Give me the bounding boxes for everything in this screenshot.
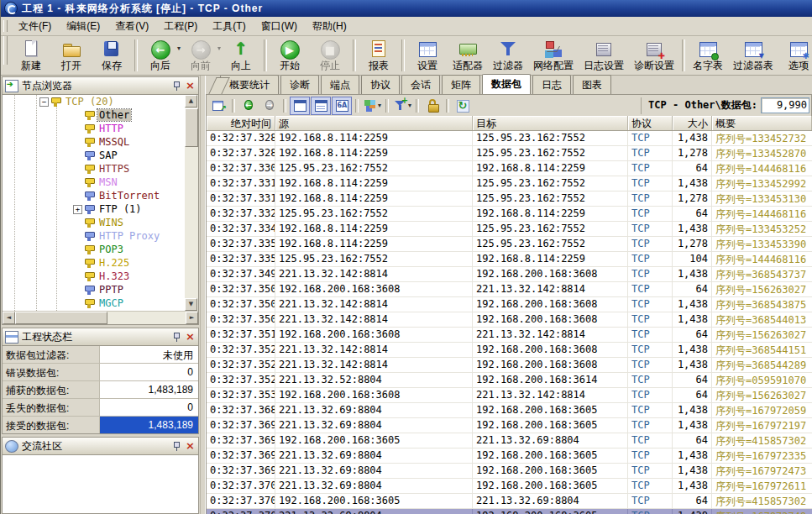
packet-row[interactable]: 0:32:37.335831 125.95.23.162:7552 192.16… xyxy=(207,252,812,267)
tree-node[interactable]: H.225 xyxy=(3,256,185,270)
tree-node[interactable]: MSN xyxy=(3,176,185,189)
toolbar-button[interactable]: 名字表 xyxy=(688,36,728,75)
packet-row[interactable]: 0:32:37.350867 192.168.200.168:3608 221.… xyxy=(207,282,812,297)
toolbar-button[interactable]: 保存 xyxy=(92,36,132,75)
packet-row[interactable]: 0:32:37.352352 221.13.32.52:8804 192.168… xyxy=(207,373,812,388)
packet-tool-button[interactable] xyxy=(453,97,473,115)
toolbar-button[interactable]: 过滤器 xyxy=(488,36,528,75)
view-tab[interactable]: 会话 xyxy=(401,75,440,94)
packet-tool-button[interactable]: + ▾ xyxy=(392,97,412,115)
toolbar-button[interactable]: ✱ 选项 xyxy=(778,36,812,75)
dock-splitter[interactable] xyxy=(200,76,206,514)
scroll-right-icon[interactable]: ► xyxy=(186,312,198,324)
view-tab[interactable]: 日志 xyxy=(532,75,571,94)
expand-toggle-icon[interactable]: + xyxy=(73,205,82,214)
view-tab[interactable]: 图表 xyxy=(573,75,611,94)
toolbar-button[interactable]: 开始 xyxy=(270,36,310,75)
packet-row[interactable]: 0:32:37.334673 192.168.8.114:2259 125.95… xyxy=(207,222,812,237)
menu-item[interactable]: 窗口(W) xyxy=(254,17,305,36)
tree-node[interactable]: MGCP xyxy=(3,296,185,310)
scroll-left-icon[interactable]: ◄ xyxy=(3,312,15,324)
tree-node[interactable]: + FTP (1) xyxy=(3,202,185,216)
toolbar-button[interactable]: 向后 ▾ xyxy=(140,36,181,75)
view-tab[interactable]: 诊断 xyxy=(280,75,319,94)
tree-node[interactable]: − TCP (20) xyxy=(3,95,185,108)
toolbar-button[interactable]: 适配器 xyxy=(448,36,488,75)
toolbar-button[interactable]: 新建 xyxy=(11,36,51,75)
packet-row[interactable]: 0:32:37.332194 125.95.23.162:7552 192.16… xyxy=(207,207,812,222)
packet-tool-button[interactable] xyxy=(332,97,352,115)
packet-row[interactable]: 0:32:37.352341 221.13.32.142:8814 192.16… xyxy=(207,358,812,373)
pin-icon[interactable] xyxy=(171,81,181,91)
packet-row[interactable]: 0:32:37.331803 192.168.8.114:2259 125.95… xyxy=(207,191,812,207)
scroll-down-icon[interactable]: ▼ xyxy=(185,298,197,311)
column-header[interactable]: 目标 xyxy=(473,116,628,130)
scrollbar-thumb[interactable] xyxy=(15,312,107,324)
packet-row[interactable]: 0:32:37.330563 125.95.23.162:7552 192.16… xyxy=(207,161,812,176)
menubar-grip[interactable] xyxy=(3,20,8,32)
tree-horizontal-scrollbar[interactable]: ◄ ► xyxy=(3,311,198,324)
tree-node[interactable]: HTTPS xyxy=(3,162,185,176)
packet-row[interactable]: 0:32:37.335667 192.168.8.114:2259 125.95… xyxy=(207,237,812,252)
column-header[interactable]: 绝对时间 xyxy=(207,116,275,130)
toolbar-button[interactable]: ▼ 过滤器表 xyxy=(728,36,778,75)
column-header[interactable]: 大小 xyxy=(673,116,712,130)
tree-node[interactable]: PPTP xyxy=(3,283,185,296)
tree-node[interactable]: WINS xyxy=(3,216,185,229)
dropdown-arrow-icon[interactable]: ▾ xyxy=(378,102,381,109)
tree-node[interactable]: BitTorrent xyxy=(3,189,185,202)
tree-vertical-scrollbar[interactable]: ▲ ▼ xyxy=(185,95,198,311)
menu-item[interactable]: 编辑(E) xyxy=(59,17,107,36)
view-tab[interactable]: 矩阵 xyxy=(442,75,480,94)
menu-item[interactable]: 文件(F) xyxy=(11,17,59,36)
packet-row[interactable]: 0:32:37.352173 221.13.32.142:8814 192.16… xyxy=(207,343,812,358)
toolbar-button[interactable]: ✚ 诊断设置 xyxy=(629,36,679,75)
packet-row[interactable]: 0:32:37.370529 221.13.32.69:8804 192.168… xyxy=(207,509,812,514)
tree-node[interactable]: Other xyxy=(3,108,185,122)
view-tab[interactable]: 数据包 xyxy=(482,74,531,94)
packet-row[interactable]: 0:32:37.331791 192.168.8.114:2259 125.95… xyxy=(207,176,812,191)
tree-node[interactable]: MSSQL xyxy=(3,135,185,149)
tree-node[interactable]: HTTP Proxy xyxy=(3,229,185,243)
column-header[interactable]: 源 xyxy=(275,116,473,130)
tree-node[interactable]: POP3 xyxy=(3,243,185,256)
tree-node[interactable]: SAP xyxy=(3,149,185,162)
toolbar-button[interactable]: 报表 xyxy=(359,36,399,75)
packet-tool-button[interactable] xyxy=(290,97,310,115)
dropdown-arrow-icon[interactable]: ▾ xyxy=(408,102,411,109)
packet-row[interactable]: 0:32:37.369303 221.13.32.69:8804 192.168… xyxy=(207,418,812,433)
scrollbar-thumb[interactable] xyxy=(185,108,198,147)
column-header[interactable]: 概要 xyxy=(712,116,812,130)
packet-row[interactable]: 0:32:37.370525 192.168.200.168:3605 221.… xyxy=(207,494,812,509)
packet-row[interactable]: 0:32:37.369317 192.168.200.168:3605 221.… xyxy=(207,433,812,448)
packet-row[interactable]: 0:32:37.328851 192.168.8.114:2259 125.95… xyxy=(207,146,812,161)
tree-node[interactable]: HTTP xyxy=(3,122,185,135)
expand-toggle-icon[interactable]: − xyxy=(39,97,49,107)
packet-tool-button[interactable] xyxy=(422,97,443,115)
menu-item[interactable]: 工具(T) xyxy=(205,17,253,36)
packet-row[interactable]: 0:32:37.370511 221.13.32.69:8804 192.168… xyxy=(207,479,812,494)
scroll-up-icon[interactable]: ▲ xyxy=(185,95,197,108)
packet-row[interactable]: 0:32:37.368309 221.13.32.69:8804 192.168… xyxy=(207,403,812,418)
packet-row[interactable]: 0:32:37.349869 221.13.32.142:8814 192.16… xyxy=(207,267,812,282)
menu-item[interactable]: 工程(P) xyxy=(156,17,205,36)
view-tab[interactable]: 协议 xyxy=(361,75,400,94)
tree-node[interactable]: SMTP xyxy=(3,310,185,311)
toolbar-button[interactable]: 向上 xyxy=(221,36,261,75)
view-tab[interactable]: 端点 xyxy=(321,75,359,94)
close-icon[interactable]: × xyxy=(185,332,196,342)
toolbar-button[interactable]: 打开 xyxy=(51,36,92,75)
pin-icon[interactable] xyxy=(171,441,181,451)
packet-row[interactable]: 0:32:37.328840 192.168.8.114:2259 125.95… xyxy=(207,131,812,146)
toolbar-button[interactable]: 网络配置 xyxy=(528,36,579,75)
packet-row[interactable]: 0:32:37.353334 192.168.200.168:3608 221.… xyxy=(207,388,812,403)
packet-tool-button[interactable]: ▾ xyxy=(362,97,382,115)
tree-node[interactable]: H.323 xyxy=(3,270,185,283)
toolbar-button[interactable]: 日志设置 xyxy=(579,36,629,75)
menu-item[interactable]: 帮助(H) xyxy=(305,17,354,36)
packet-row[interactable]: 0:32:37.351185 192.168.200.168:3608 221.… xyxy=(207,328,812,343)
close-icon[interactable]: × xyxy=(185,441,196,451)
pin-icon[interactable] xyxy=(171,332,181,342)
packet-row[interactable]: 0:32:37.350885 221.13.32.142:8814 192.16… xyxy=(207,312,812,328)
packet-tool-button[interactable] xyxy=(259,97,280,115)
